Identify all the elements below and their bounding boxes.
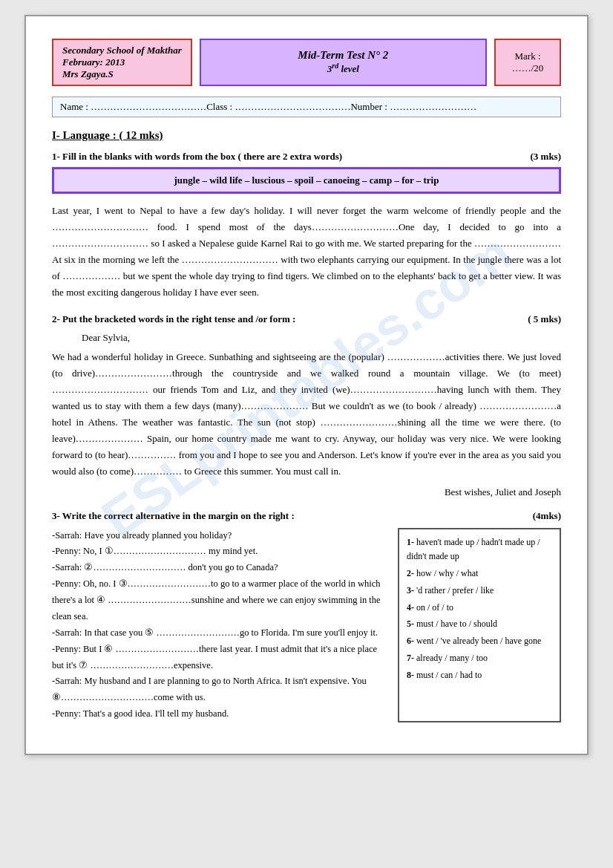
q3-dialogue: -Sarrah: Have you already planned you ho…	[52, 528, 386, 723]
alternative-item: 4- on / of / to	[407, 601, 552, 616]
dialogue-line: -Penny: No, I ①………………………… my mind yet.	[52, 544, 386, 560]
alt-text: must / can / had to	[416, 670, 482, 680]
word-box: jungle – wild life – luscious – spoil – …	[52, 167, 561, 194]
q2-signature: Best wishes, Juliet and Joseph	[52, 484, 561, 500]
alternative-item: 8- must / can / had to	[407, 668, 552, 683]
name-class-number: Name : ………………………………Class : ………………………………N…	[60, 101, 476, 112]
section-title: I- Language : ( 12 mks)	[52, 129, 561, 142]
header: Secondary School of Makthar February: 20…	[52, 39, 561, 86]
header-left: Secondary School of Makthar February: 20…	[52, 39, 192, 86]
alt-text: already / many / too	[416, 653, 488, 663]
alt-number: 5-	[407, 619, 414, 629]
mark-score: ……/20	[505, 62, 551, 74]
alternative-item: 1- haven't made up / hadn't made up / di…	[407, 535, 552, 565]
mark-label: Mark :	[505, 50, 551, 62]
q2-instruction: 2- Put the bracketed words in the right …	[52, 313, 295, 325]
alt-number: 3-	[407, 585, 414, 595]
dialogue-line: -Sarrah: ②………………………… don't you go to Can…	[52, 560, 386, 576]
alt-number: 7-	[407, 653, 414, 663]
q2-marks: ( 5 mks)	[528, 313, 561, 325]
q2-body: Dear Sylvia, We had a wonderful holiday …	[52, 330, 561, 501]
alternative-item: 3- 'd rather / prefer / like	[407, 584, 552, 598]
header-right: Mark : ……/20	[494, 39, 561, 86]
q1-marks: (3 mks)	[530, 151, 561, 163]
q2-salutation: Dear Sylvia,	[82, 330, 561, 346]
alternative-item: 6- went / 've already been / have gone	[407, 634, 552, 649]
question-2: 2- Put the bracketed words in the right …	[52, 313, 561, 501]
alt-text: went / 've already been / have gone	[416, 636, 541, 646]
q3-instruction: 3- Write the correct alternative in the …	[52, 510, 295, 522]
dialogue-line: -Penny: That's a good idea. I'll tell my…	[52, 706, 386, 722]
q3-container: -Sarrah: Have you already planned you ho…	[52, 528, 561, 723]
dialogue-line: -Sarrah: In that case you ⑤ ………………………go …	[52, 625, 386, 642]
teacher-name: Mrs Zgaya.S	[62, 68, 182, 80]
dialogue-line: -Sarrah: Have you already planned you ho…	[52, 528, 386, 544]
name-bar: Name : ………………………………Class : ………………………………N…	[52, 97, 561, 117]
q2-header: 2- Put the bracketed words in the right …	[52, 313, 561, 325]
dialogue-line: -Penny: But I ⑥ ………………………there last year…	[52, 642, 386, 674]
question-1: 1- Fill in the blanks with words from th…	[52, 151, 561, 301]
alt-number: 6-	[407, 636, 414, 646]
q2-content: We had a wonderful holiday in Greece. Su…	[52, 349, 561, 480]
alt-text: must / have to / should	[416, 619, 497, 629]
question-3: 3- Write the correct alternative in the …	[52, 510, 561, 723]
exam-page: ESLprintables.com Secondary School of Ma…	[24, 15, 589, 755]
q1-instruction: 1- Fill in the blanks with words from th…	[52, 151, 342, 163]
dialogue-line: -Penny: Oh, no. I ③………………………to go to a w…	[52, 576, 386, 625]
alt-number: 2-	[407, 568, 414, 578]
alt-number: 1-	[407, 537, 414, 547]
q3-header: 3- Write the correct alternative in the …	[52, 510, 561, 522]
q1-text: Last year, I went to Nepal to have a few…	[52, 203, 561, 301]
alt-number: 4-	[407, 602, 414, 613]
q3-marks: (4mks)	[533, 510, 561, 522]
alternative-item: 7- already / many / too	[407, 651, 552, 666]
exam-date: February: 2013	[62, 56, 182, 68]
school-name: Secondary School of Makthar	[62, 45, 182, 56]
alternative-item: 5- must / have to / should	[407, 617, 552, 632]
exam-title: Mid-Term Test N° 2	[210, 49, 476, 62]
q1-header: 1- Fill in the blanks with words from th…	[52, 151, 561, 163]
exam-level: 3rd level	[210, 62, 476, 75]
alt-number: 8-	[407, 670, 414, 680]
alt-text: how / why / what	[416, 568, 478, 578]
q3-alternatives: 1- haven't made up / hadn't made up / di…	[398, 528, 561, 723]
alternative-item: 2- how / why / what	[407, 567, 552, 581]
alt-text: haven't made up / hadn't made up / didn'…	[407, 537, 540, 562]
header-center: Mid-Term Test N° 2 3rd level	[200, 39, 487, 86]
alt-text: 'd rather / prefer / like	[416, 585, 494, 595]
dialogue-line: -Sarrah: My husband and I are planning t…	[52, 673, 386, 706]
alt-text: on / of / to	[416, 602, 453, 613]
